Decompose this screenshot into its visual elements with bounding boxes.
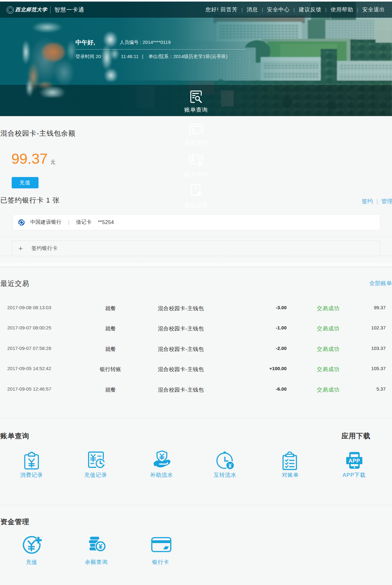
svg-text:APP: APP: [348, 458, 360, 464]
svg-text:?: ?: [194, 186, 197, 192]
